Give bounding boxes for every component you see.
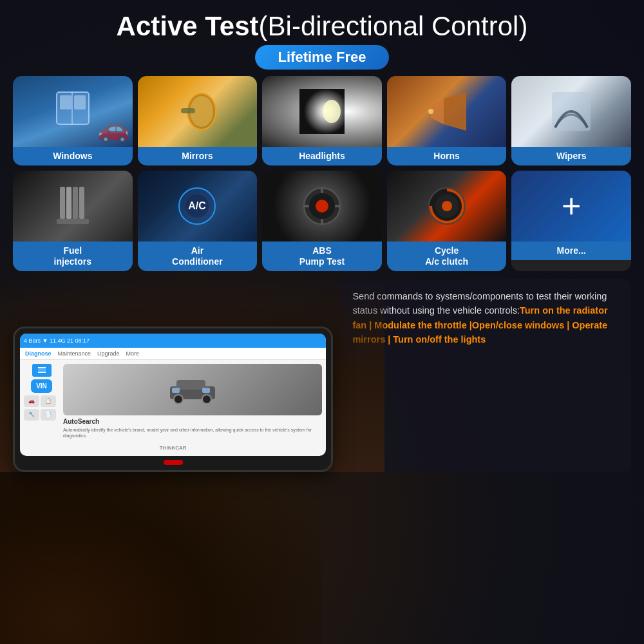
tablet-autosearch-desc: Automatically identify the vehicle's bra… xyxy=(63,427,322,439)
tablet-status-bar: 4 Bars ▼ 11.4G 21 08:17 xyxy=(20,334,326,348)
sidebar-icon-diag: 📋 xyxy=(41,395,56,407)
svg-point-11 xyxy=(428,109,433,114)
more-plus-icon: + xyxy=(562,189,581,223)
tablet-nav-upgrade[interactable]: Upgrade xyxy=(97,350,120,357)
feature-card-headlights[interactable]: Headlights xyxy=(262,76,382,166)
feature-card-more[interactable]: + More... xyxy=(511,171,631,271)
bottom-section: 4 Bars ▼ 11.4G 21 08:17 Diagnose Mainten… xyxy=(13,279,631,472)
cycle-image xyxy=(387,171,507,242)
tablet-car-image xyxy=(63,364,322,415)
ac-image: A/C xyxy=(138,171,258,242)
more-image: + xyxy=(511,171,631,242)
tablet-main-content: AutoSearch Automatically identify the ve… xyxy=(63,364,322,439)
feature-card-abs[interactable]: ABS Pump Test xyxy=(262,171,382,271)
horns-label: Horns xyxy=(387,147,507,166)
svg-point-8 xyxy=(323,100,341,123)
headlights-image xyxy=(262,76,382,147)
tablet-autosearch-title: AutoSearch xyxy=(63,418,322,425)
vin-button[interactable]: VIN xyxy=(31,379,52,393)
headlights-label: Headlights xyxy=(262,147,382,166)
svg-rect-35 xyxy=(172,388,180,393)
tablet-nav-maintenance[interactable]: Maintenance xyxy=(58,350,91,357)
windows-image xyxy=(13,76,133,147)
svg-rect-15 xyxy=(73,187,78,219)
svg-point-34 xyxy=(202,395,211,404)
hamburger-icon xyxy=(32,364,52,377)
svg-rect-16 xyxy=(79,187,84,219)
svg-text:A/C: A/C xyxy=(189,200,207,211)
windows-label: Windows xyxy=(13,147,133,166)
svg-point-33 xyxy=(174,395,183,404)
svg-rect-6 xyxy=(181,108,195,113)
tablet-screen: 4 Bars ▼ 11.4G 21 08:17 Diagnose Mainten… xyxy=(20,334,326,456)
sidebar-icon-car: 🚗 xyxy=(24,395,39,407)
wipers-image xyxy=(511,76,631,147)
feature-card-horns[interactable]: Horns xyxy=(387,76,507,166)
abs-label: ABS Pump Test xyxy=(262,242,382,271)
mirrors-image xyxy=(138,76,258,147)
feature-card-fuel[interactable]: Fuel injectors xyxy=(13,171,133,271)
feature-grid-bottom: Fuel injectors A/C Air Conditioner ABS P… xyxy=(13,171,631,271)
tablet-status-time: 4 Bars ▼ 11.4G 21 08:17 xyxy=(24,337,90,344)
tablet-body: VIN 🚗 📋 🔧 📄 xyxy=(20,360,326,442)
svg-point-23 xyxy=(316,200,328,213)
wipers-label: Wipers xyxy=(511,147,631,166)
feature-card-mirrors[interactable]: Mirrors xyxy=(138,76,258,166)
ac-label: Air Conditioner xyxy=(138,242,258,271)
svg-rect-36 xyxy=(202,388,210,393)
tablet-container: 4 Bars ▼ 11.4G 21 08:17 Diagnose Mainten… xyxy=(13,279,333,472)
feature-card-ac[interactable]: A/C Air Conditioner xyxy=(138,171,258,271)
feature-card-wipers[interactable]: Wipers xyxy=(511,76,631,166)
mirrors-label: Mirrors xyxy=(138,147,258,166)
tablet-device: 4 Bars ▼ 11.4G 21 08:17 Diagnose Mainten… xyxy=(13,327,333,472)
sidebar-icon-doc: 📄 xyxy=(41,409,56,421)
sidebar-icon-tool: 🔧 xyxy=(24,409,39,421)
title-bold: Active Test xyxy=(117,11,259,41)
horns-image xyxy=(387,76,507,147)
svg-rect-32 xyxy=(176,380,205,390)
svg-rect-14 xyxy=(66,187,71,219)
svg-rect-13 xyxy=(60,187,65,219)
tablet-nav-more[interactable]: More xyxy=(126,350,140,357)
main-title: Active Test(Bi-directional Control) xyxy=(13,12,631,41)
feature-card-windows[interactable]: Windows xyxy=(13,76,133,166)
svg-rect-17 xyxy=(57,219,89,224)
fuel-image xyxy=(13,171,133,242)
svg-rect-1 xyxy=(60,95,71,109)
svg-marker-10 xyxy=(444,92,466,131)
title-section: Active Test(Bi-directional Control) Life… xyxy=(13,12,631,70)
abs-image xyxy=(262,171,382,242)
more-label: More... xyxy=(511,242,631,260)
cycle-label: Cycle A/c clutch xyxy=(387,242,507,271)
feature-grid-top: Windows Mirrors Headlights xyxy=(13,76,631,166)
title-paren: (Bi-directional Control) xyxy=(259,11,528,41)
tablet-brand-label: THINKCAR xyxy=(20,445,326,451)
feature-card-cycle[interactable]: Cycle A/c clutch xyxy=(387,171,507,271)
tablet-home-button[interactable] xyxy=(164,460,183,465)
tablet-nav-diagnose[interactable]: Diagnose xyxy=(25,350,52,357)
svg-rect-2 xyxy=(74,95,86,109)
description-box: Send commands to systems/components to t… xyxy=(341,279,631,472)
tablet-nav: Diagnose Maintenance Upgrade More xyxy=(20,348,326,360)
lifetime-badge: Lifetime Free xyxy=(255,45,390,70)
tablet-sidebar: VIN 🚗 📋 🔧 📄 xyxy=(24,364,59,439)
sidebar-icons: 🚗 📋 🔧 📄 xyxy=(24,395,59,421)
svg-point-30 xyxy=(442,201,452,211)
fuel-label: Fuel injectors xyxy=(13,242,133,271)
